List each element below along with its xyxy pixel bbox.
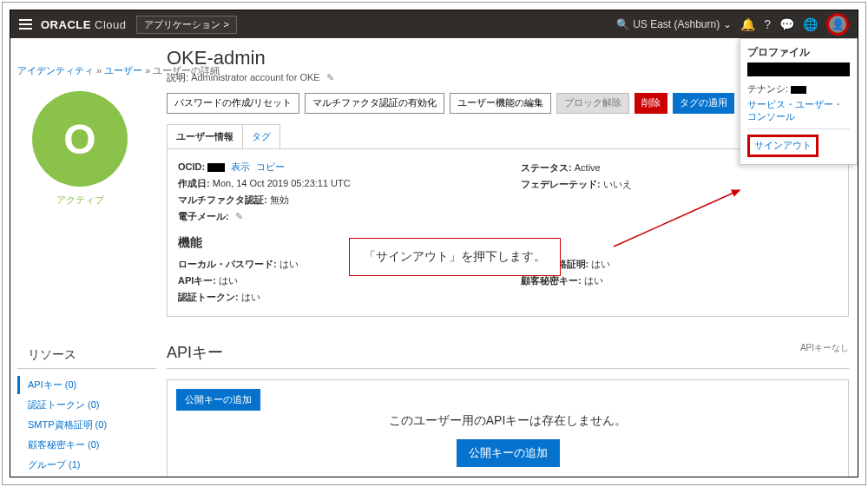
region-selector[interactable]: 🔍 US East (Ashburn) ⌄: [616, 18, 732, 30]
local-pw-value: はい: [279, 259, 299, 269]
mfa-value: 無効: [270, 194, 289, 205]
auth-token-value: はい: [241, 292, 260, 302]
resource-groups[interactable]: グループ (1): [17, 456, 156, 474]
globe-icon[interactable]: 🌐: [803, 17, 818, 31]
smtp-value: はい: [591, 259, 610, 269]
description-value: Administrator account for OKE: [191, 72, 320, 82]
status-badge: アクティブ: [19, 194, 141, 207]
chat-icon[interactable]: 💬: [779, 17, 794, 31]
tab-tags[interactable]: タグ: [242, 124, 280, 148]
breadcrumb: アイデンティティ»ユーザー»ユーザーの詳細: [17, 64, 141, 91]
mfa-label: マルチファクタ認証:: [178, 194, 267, 205]
applications-button[interactable]: アプリケーション >: [136, 16, 236, 34]
breadcrumb-identity[interactable]: アイデンティティ: [17, 65, 94, 76]
tenancy-redacted: [791, 86, 806, 94]
breadcrumb-users[interactable]: ユーザー: [104, 65, 142, 76]
delete-button[interactable]: 削除: [635, 93, 667, 114]
help-icon[interactable]: ?: [764, 17, 771, 31]
service-user-console-link[interactable]: サービス・ユーザー・コンソール: [747, 99, 850, 123]
local-pw-label: ローカル・パスワード:: [178, 259, 277, 269]
email-label: 電子メール:: [178, 211, 229, 221]
edit-description-icon[interactable]: ✎: [326, 72, 334, 82]
apikey-label: APIキー:: [178, 275, 216, 286]
secret-value: はい: [584, 275, 603, 286]
resources-heading: リソース: [17, 342, 156, 369]
brand-label: ORACLE Cloud: [41, 18, 126, 31]
instruction-callout: 「サインアウト」を押下します。: [349, 238, 561, 276]
profile-icon[interactable]: 👤: [829, 16, 846, 33]
ocid-show-link[interactable]: 表示: [231, 161, 250, 172]
api-heading: APIキー: [167, 344, 223, 361]
avatar: O: [32, 91, 128, 187]
api-add-public-key-button-center[interactable]: 公開キーの追加: [457, 439, 560, 467]
arrow-annotation: [609, 181, 757, 251]
edit-email-icon[interactable]: ✎: [235, 211, 243, 221]
ocid-label: OCID:: [178, 161, 205, 172]
api-add-public-key-button-top[interactable]: 公開キーの追加: [176, 389, 260, 411]
federated-label: フェデレーテッド:: [521, 179, 601, 189]
api-count: APIキーなし: [800, 342, 849, 354]
auth-token-label: 認証トークン:: [178, 292, 239, 302]
chevron-down-icon: ⌄: [723, 18, 732, 30]
profile-heading: プロファイル: [747, 46, 850, 59]
ocid-copy-link[interactable]: コピー: [256, 161, 285, 172]
mfa-enable-button[interactable]: マルチファクタ認証の有効化: [305, 93, 444, 114]
description-label: 説明:: [167, 72, 188, 82]
created-label: 作成日:: [178, 178, 210, 188]
profile-dropdown: プロファイル テナンシ: サービス・ユーザー・コンソール サインアウト: [740, 38, 858, 165]
status-value: Active: [575, 162, 601, 173]
resources-sidebar: リソース APIキー (0) 認証トークン (0) SMTP資格証明 (0) 顧…: [17, 342, 156, 476]
created-value: Mon, 14 Oct 2019 05:23:11 UTC: [213, 178, 351, 188]
menu-icon[interactable]: [19, 19, 32, 30]
profile-icon-highlight: 👤: [826, 13, 849, 36]
apply-tags-button[interactable]: タグの適用: [673, 93, 734, 114]
svg-line-0: [614, 190, 740, 247]
brand-text-2: Cloud: [95, 18, 126, 31]
signout-highlight: サインアウト: [747, 135, 819, 157]
profile-username-redacted: [747, 63, 850, 76]
secret-label: 顧客秘密キー:: [521, 275, 582, 286]
tenancy-label: テナンシ:: [747, 83, 788, 94]
password-reset-button[interactable]: パスワードの作成/リセット: [167, 93, 299, 114]
api-empty-text: このユーザー用のAPIキーは存在しません。: [178, 413, 838, 429]
status-label: ステータス:: [521, 162, 572, 173]
resource-customer-secret[interactable]: 顧客秘密キー (0): [17, 436, 156, 454]
signout-link[interactable]: サインアウト: [754, 140, 812, 150]
tab-user-info[interactable]: ユーザー情報: [167, 124, 243, 148]
bell-icon[interactable]: 🔔: [740, 17, 755, 31]
resource-apikeys[interactable]: APIキー (0): [17, 376, 156, 394]
unblock-button: ブロック解除: [556, 93, 629, 114]
resource-smtp-creds[interactable]: SMTP資格証明 (0): [17, 416, 156, 434]
edit-attributes-button[interactable]: ユーザー機能の編集: [450, 93, 551, 114]
api-keys-section: APIキー APIキーなし 公開キーの追加 このユーザー用のAPIキーは存在しま…: [167, 342, 849, 477]
apikey-value: はい: [219, 275, 238, 286]
ocid-redacted: [207, 163, 225, 172]
search-icon: 🔍: [616, 18, 629, 30]
brand-text-1: ORACLE: [41, 18, 91, 31]
region-label: US East (Ashburn): [633, 18, 720, 30]
resource-auth-tokens[interactable]: 認証トークン (0): [17, 396, 156, 414]
